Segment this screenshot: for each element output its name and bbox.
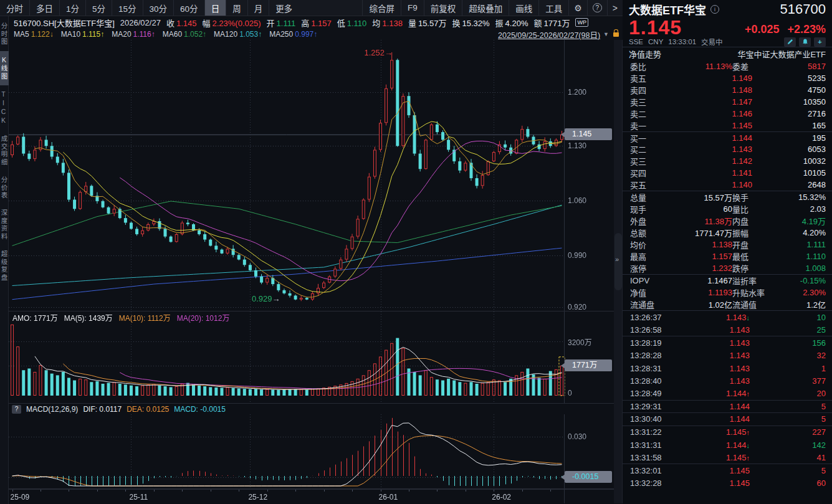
toolbar-tools: 综合屏F9前复权超级叠加画线工具 <box>362 0 568 16</box>
ask-row-0[interactable]: 卖五1.1495235 <box>623 72 832 84</box>
bid-row-0[interactable]: 买一1.144195 <box>623 131 832 143</box>
sidebar-item-6[interactable]: 超级复盘 <box>0 245 9 287</box>
stat-label: 外盘 <box>630 215 661 227</box>
ask-price: 1.149 <box>671 74 752 83</box>
volume-chart-canvas[interactable] <box>9 311 614 403</box>
bid-row-3[interactable]: 买四1.14110105 <box>623 167 832 179</box>
quote-field-label: 收 <box>166 19 175 28</box>
time-axis-label-0: 25-09 <box>11 493 30 502</box>
macd-hist-value: MACD: -0.0015 <box>174 405 226 414</box>
time-axis-canvas <box>9 489 614 503</box>
low-annotation: 0.929→ <box>252 294 280 303</box>
period-tab-0[interactable]: 分时 <box>0 0 29 16</box>
indicator-help-icon[interactable]: ? <box>12 405 21 414</box>
period-tab-1[interactable]: 多日 <box>29 0 59 16</box>
current-volume-badge: 1771万 <box>565 359 612 371</box>
panel-splitter[interactable]: » <box>614 40 623 503</box>
bid-row-1[interactable]: 买二1.1436053 <box>623 143 832 155</box>
period-tab-5[interactable]: 30分 <box>143 0 174 16</box>
period-tab-9[interactable]: 月 <box>247 0 269 16</box>
period-tab-2[interactable]: 1分 <box>59 0 85 16</box>
tick-time: 13:28:31 <box>630 364 674 373</box>
tick-volume: 41 <box>750 453 826 462</box>
panel-sub-row: SSE CNY 13:33:01 交易中 + <box>623 37 832 47</box>
tick-price-value: 1.144 <box>729 402 750 411</box>
sidebar-item-0[interactable]: 分时图 <box>0 17 9 51</box>
settings-gear-icon[interactable]: ⚙ <box>568 0 587 16</box>
ask-row-4[interactable]: 卖一1.145165 <box>623 120 832 131</box>
toolbar-item-5[interactable]: 工具 <box>538 0 568 16</box>
tick-price-value: 1.143 <box>726 313 747 322</box>
sidebar-item-1[interactable]: K线图 <box>0 51 9 85</box>
stat-value: 1771.47万 <box>661 227 732 239</box>
chevron-down-icon[interactable]: ▼ <box>603 31 609 37</box>
tick-time: 13:28:40 <box>630 376 674 386</box>
lock-icon[interactable] <box>613 32 619 37</box>
ma-label: MA60 <box>163 30 182 39</box>
stat-label: 涨停 <box>630 262 661 274</box>
toolbar-item-1[interactable]: F9 <box>401 0 424 16</box>
order-book: 卖五1.1495235卖四1.1484750卖三1.14710350卖二1.14… <box>623 72 832 191</box>
tick-row-12: 13:32:011.1455 <box>623 464 832 477</box>
ask-price: 1.146 <box>671 109 752 118</box>
bid-row-4[interactable]: 买五1.1402648 <box>623 179 832 191</box>
nav-row[interactable]: 净值走势 华宝中证大数据产业ETF <box>623 47 832 60</box>
sidebar-item-3[interactable]: 成交明细 <box>0 130 9 171</box>
tick-row-11: 13:31:581.145↑41 <box>623 452 832 465</box>
wp-badge-icon[interactable]: WP <box>575 18 588 27</box>
quote-field-label: 幅 <box>202 19 210 28</box>
quote-field-8: 振4.20% <box>495 17 528 29</box>
bid-row-2[interactable]: 买三1.14210032 <box>623 155 832 167</box>
tick-volume: 5 <box>750 466 826 475</box>
last-price: 1.145 <box>629 19 682 37</box>
price-change: +0.025 +2.23% <box>745 23 826 37</box>
period-tab-3[interactable]: 5分 <box>85 0 112 16</box>
ask-row-2[interactable]: 卖三1.14710350 <box>623 96 832 108</box>
quote-field-3: 高1.157 <box>301 17 332 29</box>
period-tab-6[interactable]: 60分 <box>173 0 204 16</box>
toolbar-item-2[interactable]: 前复权 <box>424 0 462 16</box>
period-tab-10[interactable]: 更多 <box>269 0 299 16</box>
stat-value: 11.38万 <box>661 215 732 227</box>
candlestick-chart-canvas[interactable] <box>9 40 614 311</box>
toolbar-item-4[interactable]: 画线 <box>509 0 538 16</box>
stat-row-4: 均价1.138开盘1.111 <box>623 239 832 250</box>
toolbar-item-0[interactable]: 综合屏 <box>362 0 401 16</box>
info-icon[interactable]: i <box>710 5 719 14</box>
tick-row-8: 13:30:401.1445 <box>623 413 832 426</box>
ma-label: MA120 <box>214 30 237 39</box>
help-icon[interactable]: ? <box>587 0 607 16</box>
date-range-box: 2025/09/25-2026/02/27(98日) ▼ <box>498 29 623 40</box>
quote-field-value: 1.145 <box>176 19 197 28</box>
sidebar-item-5[interactable]: 深度资料 <box>0 204 9 245</box>
collapse-chevron-icon[interactable]: > <box>607 0 623 16</box>
add-plus-icon[interactable]: + <box>814 37 826 47</box>
nav-tab-label[interactable]: 净值走势 <box>629 48 661 60</box>
ask-volume: 4750 <box>752 85 826 95</box>
period-tab-7[interactable]: 日 <box>204 0 226 16</box>
stat-value: 4.20% <box>786 228 826 237</box>
date-range-selector[interactable]: 2025/09/25-2026/02/27(98日) <box>498 29 600 40</box>
tick-price-value: 1.144 <box>726 440 747 450</box>
ask-price: 1.147 <box>671 97 752 107</box>
macd-chart-canvas[interactable] <box>9 414 614 488</box>
edit-pencil-icon[interactable] <box>784 37 796 47</box>
macd-axis-label: 0.030 <box>568 432 586 441</box>
expand-chevrons-icon[interactable]: » <box>615 255 619 263</box>
ask-row-1[interactable]: 卖四1.1484750 <box>623 84 832 96</box>
period-tab-4[interactable]: 15分 <box>112 0 143 16</box>
ask-price: 1.148 <box>671 85 752 95</box>
toolbar-item-3[interactable]: 超级叠加 <box>462 0 509 16</box>
bid-volume: 195 <box>752 133 826 143</box>
left-sidebar: 分时图K线图TICK成交明细分价表深度资料超级复盘 <box>0 16 9 504</box>
bid-price: 1.143 <box>671 145 752 154</box>
quote-field-label: 量 <box>408 19 416 28</box>
period-tab-8[interactable]: 周 <box>226 0 247 16</box>
stat-row-6: 涨停1.232跌停1.008 <box>623 262 832 274</box>
tick-price-value: 1.144 <box>729 414 750 424</box>
alert-bell-icon[interactable] <box>799 37 811 47</box>
ask-level-label: 卖一 <box>630 120 671 131</box>
sidebar-item-2[interactable]: TICK <box>0 85 9 130</box>
ask-row-3[interactable]: 卖二1.1462716 <box>623 108 832 120</box>
sidebar-item-4[interactable]: 分价表 <box>0 171 9 205</box>
